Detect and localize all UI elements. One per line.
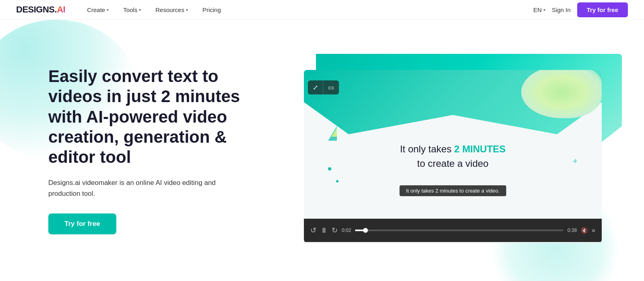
video-text-prefix: It only takes (400, 144, 454, 154)
sign-in-link[interactable]: Sign In (552, 6, 571, 13)
hero-title: Easily convert text to videos in just 2 … (48, 66, 242, 168)
hero-right: ⤢ ▭ + (266, 34, 644, 267)
video-player[interactable]: ⤢ ▭ + (304, 70, 602, 243)
resize-icon[interactable]: ⤢ (308, 80, 323, 94)
current-time: 0:02 (342, 228, 351, 233)
nav-tools-label: Tools (123, 6, 137, 13)
navbar: DESIGNS.AI Create ▾ Tools ▾ Resources ▾ … (0, 0, 644, 20)
logo-brand: DESIGNS. (16, 4, 57, 14)
nav-right: EN ▾ Sign In Try for free (533, 2, 628, 17)
video-blob-decoration (521, 70, 602, 118)
chevron-down-icon: ▾ (543, 8, 545, 12)
video-toolbar: ⤢ ▭ (308, 80, 339, 94)
plus-decoration: + (572, 156, 578, 166)
video-main-text: It only takes 2 MINUTES to create a vide… (400, 142, 506, 171)
hero-description: Designs.ai videomaker is an online AI vi… (48, 177, 242, 199)
video-controls: ↺ ⏸ ↻ 0:02 0:38 🔇 » (304, 219, 602, 242)
nav-links: Create ▾ Tools ▾ Resources ▾ Pricing (81, 4, 533, 16)
logo[interactable]: DESIGNS.AI (16, 4, 65, 15)
chevron-down-icon: ▾ (107, 8, 109, 12)
video-text-suffix: to create a video (417, 158, 488, 169)
screen-icon[interactable]: ▭ (323, 80, 339, 94)
chevron-down-icon: ▾ (186, 8, 188, 12)
skip-forward-icon[interactable]: » (592, 227, 595, 234)
dot-decoration-2 (336, 180, 339, 183)
pause-button[interactable]: ⏸ (320, 226, 328, 235)
hero-section: Easily convert text to videos in just 2 … (0, 20, 644, 281)
subtitle-bar: It only takes 2 minutes to create a vide… (400, 185, 506, 196)
progress-thumb (363, 228, 368, 233)
video-text: It only takes 2 MINUTES to create a vide… (400, 118, 506, 171)
nav-tools[interactable]: Tools ▾ (118, 4, 147, 16)
forward-button[interactable]: ↻ (332, 226, 338, 235)
video-content: + It only takes 2 MINUTES to create a vi… (304, 70, 602, 219)
nav-create[interactable]: Create ▾ (81, 4, 114, 16)
hero-left: Easily convert text to videos in just 2 … (48, 66, 266, 234)
rewind-button[interactable]: ↺ (310, 226, 316, 235)
nav-resources[interactable]: Resources ▾ (150, 4, 194, 16)
triangle-decoration (328, 126, 337, 141)
nav-resources-label: Resources (155, 6, 184, 13)
logo-ai: AI (57, 4, 65, 14)
total-time: 0:38 (568, 228, 577, 233)
try-free-button-hero[interactable]: Try for free (48, 213, 116, 234)
logo-text: DESIGNS.AI (16, 4, 65, 15)
try-free-button-nav[interactable]: Try for free (577, 2, 628, 17)
nav-create-label: Create (87, 6, 105, 13)
video-container: ⤢ ▭ + (304, 62, 606, 239)
lang-label: EN (533, 6, 542, 13)
volume-icon[interactable]: 🔇 (581, 227, 588, 234)
chevron-down-icon: ▾ (139, 8, 141, 12)
language-selector[interactable]: EN ▾ (533, 6, 545, 13)
nav-pricing[interactable]: Pricing (197, 4, 227, 16)
dot-decoration-1 (328, 167, 331, 170)
progress-bar[interactable] (355, 230, 563, 231)
video-highlight: 2 MINUTES (454, 144, 506, 154)
nav-pricing-label: Pricing (202, 6, 221, 13)
